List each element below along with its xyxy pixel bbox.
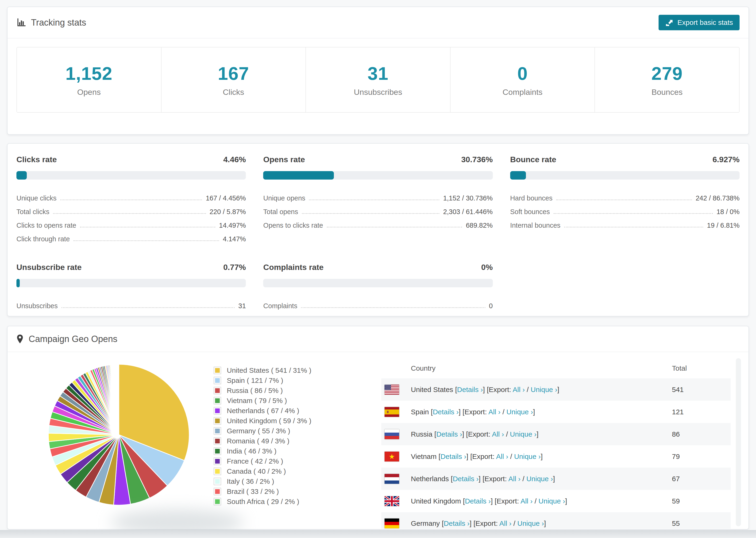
bracket: [ [455,386,457,394]
rate-progress-fill [17,279,20,287]
export-all-link[interactable]: All › [508,475,520,483]
rate-progress-bar [263,279,493,287]
legend-label: Germany ( 55 / 3% ) [227,427,290,435]
country-name: United States [411,386,455,394]
table-header-country: Country [411,358,672,378]
legend-item: Canada ( 40 / 2% ) [214,466,311,476]
rate-detail-value: 220 / 5.87% [210,208,246,216]
rates-card: Clicks rate 4.46% Unique clicks 167 / 4.… [7,143,749,316]
export-unique-link[interactable]: Unique › [517,519,544,527]
legend-swatch [214,427,221,435]
country-total: 59 [672,490,730,512]
legend-item: United Kingdom ( 59 / 3% ) [214,416,311,426]
dotted-leader [80,227,215,228]
export-unique-link[interactable]: Unique › [510,430,536,438]
export-all-link[interactable]: All › [520,497,533,505]
details-link[interactable]: Details › [436,430,462,438]
bracket: [ [439,453,441,460]
rate-value: 0% [481,263,493,272]
legend-label: United Kingdom ( 59 / 3% ) [227,417,311,425]
dotted-leader [302,213,440,214]
legend-label: France ( 42 / 2% ) [227,457,283,465]
dotted-leader [564,227,703,228]
details-link[interactable]: Details › [433,408,459,416]
stat-label: Clicks [223,87,244,97]
country-total: 541 [672,378,730,401]
legend-label: Canada ( 40 / 2% ) [227,467,286,475]
rate-value: 6.927% [713,155,739,164]
country-total: 55 [672,512,730,529]
tracking-stats-card: Tracking stats Export basic stats 1,152 … [7,7,749,135]
stat-label: Complaints [503,87,543,97]
legend-item: Germany ( 55 / 3% ) [214,426,311,436]
rate-detail-row: Unique clicks 167 / 4.456% [17,189,246,202]
rate-block: Clicks rate 4.46% Unique clicks 167 / 4.… [17,155,246,243]
bracket: ] [Export: [491,497,520,505]
legend-swatch [214,377,221,384]
dotted-leader [554,213,713,214]
rate-detail-rows: Complaints 0 [263,297,493,310]
legend-item: Netherlands ( 67 / 4% ) [214,405,311,416]
details-link[interactable]: Details › [457,386,483,394]
details-link[interactable]: Details › [444,519,469,527]
export-unique-link[interactable]: Unique › [531,386,557,394]
country-cell: United States [Details ›] [Export: All ›… [411,378,672,401]
export-all-link[interactable]: All › [492,430,504,438]
rate-detail-label: Unique clicks [17,194,57,202]
details-link[interactable]: Details › [465,497,491,505]
rate-progress-bar [510,171,739,180]
stat-cell: 167 Clicks [161,47,306,112]
rate-value: 30.736% [461,155,493,164]
rate-block: Unsubscribe rate 0.77% Unsubscribes 31 [17,263,246,310]
legend-swatch [214,367,221,374]
rate-detail-row: Click through rate 4.147% [17,230,246,243]
slash: / [525,386,531,394]
country-total: 79 [672,445,730,467]
country-name: Vietnam [411,453,439,460]
country-flag-icon [385,474,399,484]
export-unique-link[interactable]: Unique › [514,453,541,460]
geo-header: Campaign Geo Opens [8,326,748,352]
country-flag-icon [385,385,399,395]
export-unique-link[interactable]: Unique › [526,475,553,483]
export-basic-stats-button[interactable]: Export basic stats [659,15,739,30]
export-all-link[interactable]: All › [513,386,525,394]
table-scrollbar[interactable] [736,358,741,526]
export-all-link[interactable]: All › [488,408,501,416]
rate-detail-value: 689.82% [466,222,493,230]
export-icon [665,18,674,27]
bracket: ] [533,408,535,416]
legend-item: Vietnam ( 79 / 5% ) [214,396,311,405]
legend-item: Spain ( 121 / 7% ) [214,375,311,385]
export-unique-link[interactable]: Unique › [539,497,565,505]
bracket: ] [557,386,559,394]
rate-progress-bar [17,279,246,287]
bracket: ] [Export: [466,453,496,460]
legend-swatch [214,457,221,465]
rate-detail-value: 31 [238,302,246,310]
legend-swatch [214,437,221,445]
rate-block: Complaints rate 0% Complaints 0 [263,263,493,310]
country-total: 86 [672,423,730,445]
rate-detail-label: Total opens [263,208,298,216]
page-bottom-band [0,530,756,538]
rate-detail-label: Hard bounces [510,194,553,202]
dotted-leader [301,307,485,308]
rate-detail-row: Total clicks 220 / 5.87% [17,202,246,216]
export-all-link[interactable]: All › [499,519,512,527]
country-cell: United Kingdom [Details ›] [Export: All … [411,490,672,512]
legend-swatch [214,387,221,394]
rate-detail-row: Unsubscribes 31 [17,297,246,310]
dotted-leader [74,241,219,241]
country-total: 67 [672,467,730,490]
slash: / [501,408,507,416]
legend-swatch [214,467,221,475]
country-cell: Vietnam [Details ›] [Export: All › / Uni… [411,445,672,467]
export-all-link[interactable]: All › [496,453,508,460]
legend-swatch [214,447,221,455]
geo-table-row: Spain [Details ›] [Export: All › / Uniqu… [381,401,730,423]
details-link[interactable]: Details › [453,475,478,483]
export-unique-link[interactable]: Unique › [507,408,533,416]
details-link[interactable]: Details › [441,453,466,460]
geo-table-row: Vietnam [Details ›] [Export: All › / Uni… [381,445,730,467]
